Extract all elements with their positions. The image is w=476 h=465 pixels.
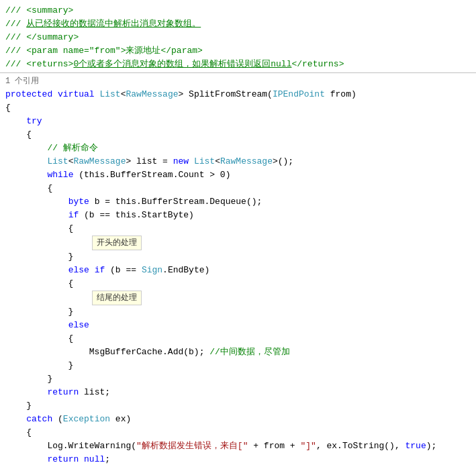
code-token: 0个或者多个消息对象的数组，如果解析错误则返回null	[73, 59, 291, 69]
code-line: else if (b == Sign.EndByte)	[0, 264, 476, 277]
code-line: }	[0, 305, 476, 319]
code-token: {	[5, 278, 73, 289]
code-tooltip: 开头的处理	[92, 236, 142, 250]
code-line: {	[0, 101, 476, 115]
code-token: if	[95, 265, 105, 275]
code-line: // 解析命令	[0, 142, 476, 155]
code-line: 结尾的处理	[0, 291, 476, 305]
code-token	[5, 454, 47, 464]
code-line: }	[0, 372, 476, 386]
code-line: if (b == this.StartByte)	[0, 209, 476, 222]
code-line: /// </summary>	[0, 31, 476, 44]
code-token: // 解析命令	[5, 143, 98, 153]
line-content: return list;	[5, 386, 471, 399]
code-token: {	[5, 333, 73, 344]
code-token: catch	[26, 414, 52, 424]
code-token: Sign	[142, 265, 162, 275]
code-line: /// 从已经接收的数据流中解析出消息对象数组。	[0, 17, 476, 31]
code-token: , ex.ToString(),	[316, 441, 406, 451]
code-token: > list =	[126, 156, 173, 166]
line-content: // 解析命令	[5, 142, 471, 155]
line-content: /// </summary>	[5, 31, 471, 44]
code-token	[5, 320, 68, 330]
code-line: 开头的处理	[0, 236, 476, 250]
code-token: RawMessage	[126, 89, 178, 99]
code-line: Log.WriteWarning("解析数据发生错误，来自[" + from +…	[0, 440, 476, 453]
line-content: Log.WriteWarning("解析数据发生错误，来自[" + from +…	[5, 440, 471, 453]
line-content: /// <returns>0个或者多个消息对象的数组，如果解析错误则返回null…	[5, 58, 471, 71]
line-content: }	[5, 305, 471, 319]
code-token: RawMessage	[73, 156, 126, 166]
code-token: >();	[273, 156, 293, 166]
code-token: return	[47, 454, 79, 464]
separator	[0, 72, 476, 73]
code-token: "解析数据发生错误，来自["	[136, 441, 248, 451]
code-token: ex)	[110, 414, 131, 424]
line-content: 开头的处理	[5, 236, 471, 250]
code-token: + from +	[248, 441, 300, 451]
line-content: }	[5, 399, 471, 413]
line-content: return null;	[5, 453, 471, 465]
line-content: /// <param name="from">来源地址</param>	[5, 44, 471, 58]
code-token: }	[5, 307, 73, 317]
code-line: MsgBufferCache.Add(b); //中间数据，尽管加	[0, 346, 476, 359]
line-content: else	[5, 319, 471, 332]
code-token: {	[5, 223, 73, 234]
code-token: virtual	[58, 89, 95, 99]
code-token: List	[47, 156, 68, 166]
code-token	[5, 414, 26, 424]
line-content: /// <summary>	[5, 4, 471, 17]
code-token: Exception	[63, 414, 110, 424]
code-token	[79, 454, 84, 464]
code-line: return list;	[0, 386, 476, 399]
code-token: }	[5, 401, 32, 411]
code-token: List	[194, 156, 215, 166]
code-line: {	[0, 332, 476, 346]
line-content: {	[5, 222, 471, 236]
code-token: > SplitFromStream(	[179, 89, 273, 99]
code-token: );	[426, 441, 437, 451]
line-content: {	[5, 128, 471, 142]
code-token: "]"	[300, 441, 316, 451]
code-token: {	[5, 427, 32, 437]
code-token: (b ==	[105, 265, 142, 275]
code-token: }	[5, 374, 52, 384]
code-token: list;	[79, 387, 110, 397]
code-token: if	[68, 210, 79, 220]
code-token: else	[68, 265, 89, 275]
code-token	[5, 293, 89, 303]
code-token	[5, 265, 68, 275]
code-line: {	[0, 128, 476, 142]
line-content: List<RawMessage> list = new List<RawMess…	[5, 155, 471, 168]
code-tooltip: 结尾的处理	[92, 291, 142, 305]
line-content: protected virtual List<RawMessage> Split…	[5, 88, 471, 101]
code-token: null	[84, 454, 105, 464]
code-token: from)	[325, 89, 356, 99]
line-content: {	[5, 277, 471, 291]
code-line: {	[0, 277, 476, 291]
code-token	[5, 387, 47, 397]
code-line: }	[0, 359, 476, 372]
code-token: Log.WriteWarning(	[5, 441, 136, 451]
line-content: byte b = this.BufferStream.Dequeue();	[5, 195, 471, 209]
code-token: <	[215, 156, 220, 166]
line-content: {	[5, 101, 471, 115]
code-token: try	[26, 116, 42, 126]
line-content: while (this.BufferStream.Count > 0)	[5, 168, 471, 182]
code-token	[5, 116, 26, 126]
code-token: protected	[5, 89, 52, 99]
code-token: RawMessage	[220, 156, 273, 166]
code-token: </returns>	[291, 59, 344, 69]
code-line: return null;	[0, 453, 476, 465]
code-token	[189, 156, 194, 166]
code-token: (	[52, 414, 63, 424]
code-token: List	[99, 89, 120, 99]
code-token: return	[47, 387, 79, 397]
code-token: ;	[105, 454, 110, 464]
code-line: /// <summary>	[0, 4, 476, 17]
code-token: {	[5, 130, 32, 140]
code-token: true	[406, 441, 426, 451]
code-token: 1 个引用	[5, 76, 39, 86]
code-token: b = this.BufferStream.Dequeue();	[89, 197, 262, 207]
code-line: protected virtual List<RawMessage> Split…	[0, 88, 476, 101]
